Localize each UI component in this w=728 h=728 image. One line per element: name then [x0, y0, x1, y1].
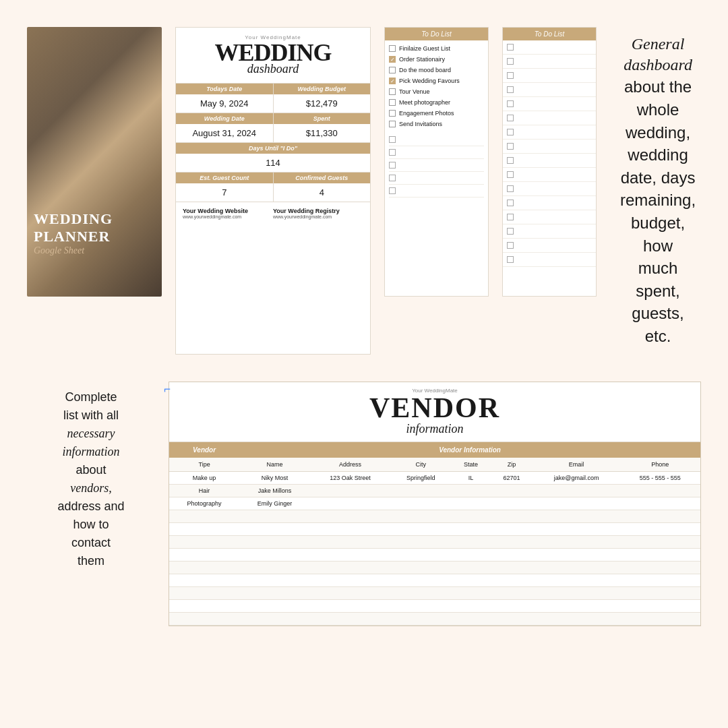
top-section: WEDDING PLANNER Google Sheet Your Weddin…	[0, 0, 728, 368]
right-check-15[interactable]	[507, 242, 514, 249]
desc-wedding: wedding,	[620, 121, 696, 144]
right-check-3[interactable]	[507, 72, 514, 79]
vendor-panel: ⌐ Your WeddingMate VENDOR information Ve…	[169, 382, 701, 626]
right-check-11[interactable]	[507, 185, 514, 192]
bottom-desc-complete: Complete	[27, 388, 155, 406]
todo-text-3: Do the mood board	[399, 67, 451, 73]
todo-item-4: ✓ Pick Wedding Favours	[389, 75, 484, 86]
todo-blank-1	[389, 133, 484, 146]
todo-right-lines	[503, 40, 596, 267]
confirmed-guests-label: Confirmed Guests	[274, 173, 371, 183]
right-check-7[interactable]	[507, 129, 514, 135]
row1-email: jake@gmail.com	[533, 471, 619, 484]
col-name: Name	[239, 458, 310, 472]
right-check-9[interactable]	[507, 157, 514, 164]
checkbox-7[interactable]	[389, 110, 396, 117]
vendor-row-1: Make up Niky Most 123 Oak Street Springf…	[169, 471, 700, 484]
right-check-6[interactable]	[507, 115, 514, 121]
right-check-16[interactable]	[507, 256, 514, 263]
blank-check-1[interactable]	[389, 136, 396, 143]
checkbox-5[interactable]	[389, 88, 396, 95]
row1-zip: 62701	[490, 471, 533, 484]
wedding-photo: WEDDING PLANNER Google Sheet	[27, 27, 162, 297]
todo-header-left: To Do List	[385, 28, 488, 40]
bottom-description: Complete list with all necessary informa…	[27, 382, 155, 626]
ruler-marker: ⌐	[164, 382, 171, 396]
right-check-10[interactable]	[507, 171, 514, 178]
checkbox-2[interactable]: ✓	[389, 56, 396, 63]
bottom-desc-list: list with all	[27, 406, 155, 425]
vendor-row-4	[169, 510, 700, 522]
right-check-5[interactable]	[507, 100, 514, 107]
checkbox-1[interactable]	[389, 45, 396, 52]
row1-state: IL	[452, 471, 490, 484]
vendor-row-5	[169, 522, 700, 535]
registry-label: Your Wedding Registry	[273, 208, 363, 214]
wedding-budget-field: Wedding Budget $12,479	[274, 84, 371, 113]
row1-address: 123 Oak Street	[310, 471, 390, 484]
vendor-row-3: Photography Emily Ginger	[169, 497, 700, 510]
desc-guests: guests, etc.	[620, 302, 696, 347]
right-check-1[interactable]	[507, 44, 514, 51]
checkbox-6[interactable]	[389, 99, 396, 106]
desc-about: about the	[620, 75, 696, 98]
todo-panel-right: To Do List	[502, 27, 597, 297]
vendor-row-2: Hair Jake Millons	[169, 484, 700, 497]
row1-phone: 555 - 555 - 555	[619, 471, 700, 484]
dashboard-header: Your WeddingMate WEDDING dashboard	[176, 28, 370, 84]
row2-name: Jake Millons	[239, 484, 310, 497]
todo-item-8: Send Invitations	[389, 119, 484, 129]
todo-right-line-6	[503, 111, 596, 125]
right-check-14[interactable]	[507, 228, 514, 235]
blank-check-4[interactable]	[389, 175, 396, 181]
todo-text-5: Tour Venue	[399, 88, 430, 95]
wedding-date-value: August 31, 2024	[176, 124, 273, 142]
days-value: 114	[176, 154, 370, 172]
todo-blank-5	[389, 185, 484, 198]
blank-check-5[interactable]	[389, 187, 396, 194]
todo-right-line-7	[503, 125, 596, 140]
bottom-desc-about: about	[27, 461, 155, 479]
date-budget-row: Todays Date May 9, 2024 Wedding Budget $…	[176, 84, 370, 113]
right-check-12[interactable]	[507, 200, 514, 206]
photo-title: WEDDING PLANNER	[34, 210, 155, 245]
row2-type: Hair	[169, 484, 239, 497]
todo-text-8: Send Invitations	[399, 121, 442, 127]
row3-state	[452, 497, 490, 510]
todo-item-3: Do the mood board	[389, 65, 484, 75]
row2-zip	[490, 484, 533, 497]
checkbox-3[interactable]	[389, 67, 396, 73]
desc-remaining: remaining,	[620, 189, 696, 212]
right-check-8[interactable]	[507, 143, 514, 150]
guests-row: Est. Guest Count 7 Confirmed Guests 4	[176, 173, 370, 202]
todo-right-line-5	[503, 97, 596, 111]
photo-text-overlay: WEDDING PLANNER Google Sheet	[34, 210, 155, 256]
website-url: www.yourweddingmate.com	[183, 214, 273, 219]
row3-address	[310, 497, 390, 510]
vendor-sub-header: Tipe Name Address City State Zip Email P…	[169, 458, 700, 472]
row2-email	[533, 484, 619, 497]
website-block: Your Wedding Website www.yourweddingmate…	[183, 208, 273, 219]
desc-whole: whole	[620, 98, 696, 121]
checkbox-8[interactable]	[389, 121, 396, 127]
right-check-4[interactable]	[507, 86, 514, 93]
blank-check-2[interactable]	[389, 149, 396, 156]
todays-date-field: Todays Date May 9, 2024	[176, 84, 274, 113]
registry-url: www.yourweddingmate.com	[273, 214, 363, 219]
right-check-2[interactable]	[507, 58, 514, 65]
website-label: Your Wedding Website	[183, 208, 273, 214]
est-guest-value: 7	[176, 183, 273, 202]
vendor-row-6	[169, 535, 700, 548]
confirmed-guests-field: Confirmed Guests 4	[274, 173, 371, 202]
todays-date-value: May 9, 2024	[176, 94, 273, 113]
spent-label: Spent	[274, 113, 371, 124]
blank-check-3[interactable]	[389, 162, 396, 169]
spent-field: Spent $11,330	[274, 113, 371, 142]
checkbox-4[interactable]: ✓	[389, 78, 396, 84]
vendor-row-12	[169, 612, 700, 625]
todo-right-line-10	[503, 168, 596, 182]
todo-right-line-13	[503, 210, 596, 224]
right-check-13[interactable]	[507, 214, 514, 220]
vendor-group-header: Vendor Vendor Information	[169, 442, 700, 458]
todo-item-1: Finilaize Guest List	[389, 43, 484, 54]
